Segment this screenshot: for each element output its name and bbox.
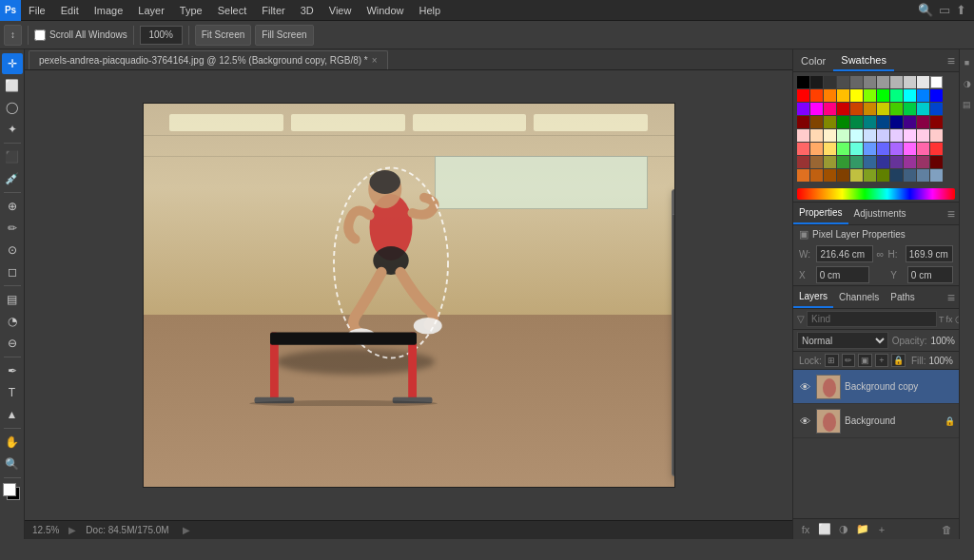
move-tool[interactable]: ✛ [2,53,23,74]
swatch[interactable] [810,129,823,142]
swatch[interactable] [824,156,836,168]
swatch[interactable] [810,103,823,115]
swatch-black[interactable] [797,76,809,88]
swatch[interactable] [890,129,903,142]
color-tab[interactable]: Color [793,49,833,71]
swatch[interactable] [850,103,863,115]
swatch[interactable] [824,103,836,115]
link-icon[interactable]: ∞ [877,248,885,260]
swatch-white[interactable] [930,76,943,88]
swatch[interactable] [850,116,863,128]
swatch[interactable] [850,156,863,168]
lock-artboard-button[interactable]: ▣ [858,354,872,367]
swatch[interactable] [864,89,876,102]
fx-filter-icon[interactable]: fx [946,315,953,324]
swatch[interactable] [890,76,903,88]
document-tab[interactable]: pexels-andrea-piacquadio-3764164.jpg @ 1… [29,50,388,69]
swatch[interactable] [877,89,889,102]
lasso-tool[interactable]: ◯ [2,97,23,118]
gradient-tool[interactable]: ▤ [2,289,23,310]
panel-options-button[interactable]: ≡ [947,53,959,68]
swatch[interactable] [810,156,823,168]
brush-tool[interactable]: ✏ [2,218,23,239]
swatch[interactable] [797,129,809,142]
swatch[interactable] [917,89,929,102]
swatch[interactable] [904,89,916,102]
layers-panel-options[interactable]: ≡ [947,290,959,305]
layers-panel-icon[interactable]: ▤ [961,95,974,114]
properties-tab[interactable]: Properties [793,203,848,224]
swatch[interactable] [877,103,889,115]
swatch[interactable] [917,143,929,155]
swatch[interactable] [824,129,836,142]
swatch[interactable] [930,143,943,155]
swatch[interactable] [850,89,863,102]
move-tool-options[interactable]: ↕ [4,25,22,46]
swatch[interactable] [824,76,836,88]
swatch[interactable] [917,169,929,182]
swatch[interactable] [810,143,823,155]
swatch[interactable] [890,103,903,115]
swatch[interactable] [824,116,836,128]
swatch[interactable] [904,116,916,128]
layer-visibility-background-copy[interactable]: 👁 [797,379,812,395]
zoom-tool[interactable]: 🔍 [2,454,23,474]
dodge-tool[interactable]: ⊖ [2,333,23,354]
swatch[interactable] [917,116,929,128]
adjustments-tab[interactable]: Adjustments [848,203,912,224]
swatch[interactable] [837,89,849,102]
delete-layer-button[interactable]: 🗑 [938,521,955,538]
swatch[interactable] [797,169,809,182]
blur-tool[interactable]: ◔ [2,311,23,332]
pen-tool[interactable]: ✒ [2,360,23,381]
swatch[interactable] [824,143,836,155]
swatch[interactable] [864,103,876,115]
swatch[interactable] [877,143,889,155]
width-field[interactable]: 216.46 cm [816,245,872,262]
swatch[interactable] [864,116,876,128]
lock-transparent-button[interactable]: ⊞ [825,354,839,367]
magic-wand-tool[interactable]: ✦ [2,119,23,140]
swatch[interactable] [837,129,849,142]
swatch[interactable] [850,143,863,155]
swatch[interactable] [877,129,889,142]
swatch[interactable] [864,76,876,88]
swatch[interactable] [837,76,849,88]
swatch[interactable] [890,143,903,155]
channels-tab[interactable]: Channels [833,286,885,308]
new-layer-button[interactable]: + [873,521,890,538]
swatch[interactable] [904,143,916,155]
swatch[interactable] [810,76,823,88]
layer-item-background[interactable]: 👁 Background 🔒 [793,404,959,438]
swatch[interactable] [837,169,849,182]
layer-visibility-background[interactable]: 👁 [797,414,812,429]
swatch[interactable] [904,129,916,142]
swatch[interactable] [917,129,929,142]
swatch[interactable] [824,169,836,182]
arrange-icon[interactable]: ▭ [939,3,950,17]
swatch[interactable] [917,103,929,115]
tab-close-button[interactable]: × [372,55,378,66]
menu-select[interactable]: Select [210,0,255,20]
swatch[interactable] [904,103,916,115]
swatch[interactable] [837,143,849,155]
paths-tab[interactable]: Paths [885,286,921,308]
swatch[interactable] [797,116,809,128]
swatch[interactable] [930,116,943,128]
swatch[interactable] [877,156,889,168]
fill-screen-button[interactable]: Fill Screen [255,25,313,46]
path-select-tool[interactable]: ▲ [2,404,23,425]
x-field[interactable]: 0 cm [816,266,870,283]
swatch[interactable] [930,103,943,115]
swatch[interactable] [797,103,809,115]
swatch[interactable] [797,143,809,155]
swatch[interactable] [810,89,823,102]
swatch[interactable] [877,169,889,182]
swatch[interactable] [904,169,916,182]
swatch[interactable] [917,76,929,88]
swatch[interactable] [837,116,849,128]
swatch[interactable] [810,116,823,128]
fit-screen-button[interactable]: Fit Screen [195,25,252,46]
new-fill-layer-button[interactable]: ◑ [835,521,852,538]
swatch[interactable] [930,156,943,168]
